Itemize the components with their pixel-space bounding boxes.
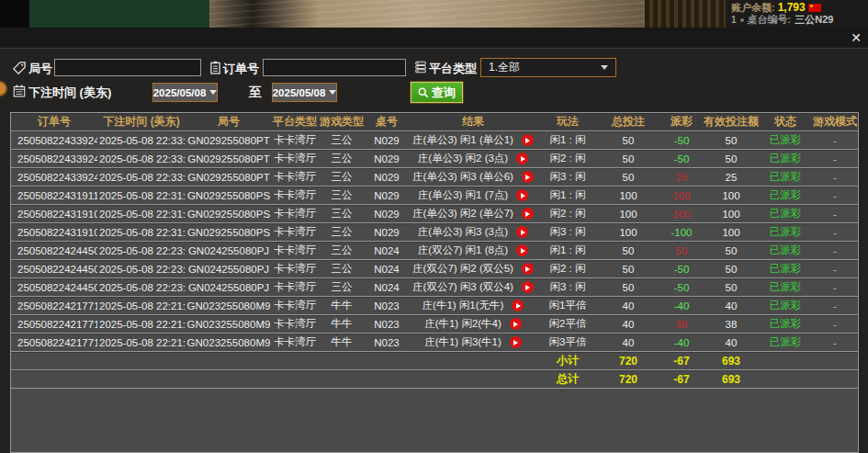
edge-marker-icon <box>0 81 7 96</box>
result-text: 庄(单公3) 闲1 (7点) <box>418 188 508 202</box>
replay-video-icon[interactable] <box>522 171 534 183</box>
replay-video-icon[interactable] <box>522 208 534 220</box>
cell-payout: 50 <box>659 242 704 260</box>
cell-round-id: GN029255080PS <box>186 187 272 205</box>
cell-total-bet: 50 <box>597 278 659 297</box>
platform-select[interactable]: 1.全部 <box>480 58 616 77</box>
cell-status: 已派彩 <box>759 205 812 223</box>
game-background: 账户余额: 1,793 1 桌台编号: 三公N29 2 <box>0 0 868 28</box>
header-status: 状态 <box>759 113 812 131</box>
cell-round-id: GN029255080PS <box>186 223 272 242</box>
game-table-image <box>29 0 209 28</box>
cell-status: 已派彩 <box>759 242 812 260</box>
cell-valid-bet: 100 <box>704 205 759 223</box>
cell-payout: -40 <box>659 297 704 315</box>
table-row: 250508224217715 2025-05-08 22:21:06 GN02… <box>11 315 858 334</box>
cell-table-no: N024 <box>366 278 408 297</box>
cell-play-method: 闲1 : 闲 <box>538 131 597 150</box>
replay-video-icon[interactable] <box>516 189 528 201</box>
table-row: 250508224339244 2025-05-08 22:33:18 GN02… <box>11 131 858 150</box>
cell-result: 庄(牛1) 闲2(牛4) <box>408 315 538 334</box>
total-total-bet: 720 <box>597 370 659 389</box>
cell-total-bet: 50 <box>597 131 659 150</box>
order-id-label: 订单号 <box>223 61 259 77</box>
result-text: 庄(单公3) 闲3 (单公6) <box>412 170 513 184</box>
seat-dot-icon <box>740 18 744 22</box>
replay-video-icon[interactable] <box>522 263 534 275</box>
close-icon[interactable]: ✕ <box>851 30 862 45</box>
cell-order-id: 250508224319108 <box>11 223 97 242</box>
cell-order-id: 250508224217714 <box>11 334 97 352</box>
table-summary: 小计 720 -67 693 总计 720 -67 693 <box>11 352 858 389</box>
replay-video-icon[interactable] <box>522 281 534 293</box>
cell-bet-time: 2025-05-08 22:33:18 <box>97 131 186 150</box>
total-label: 总计 <box>538 370 597 389</box>
cell-platform: 卡卡湾厅 <box>272 150 318 168</box>
header-total-bet: 总投注 <box>597 113 659 131</box>
cell-play-method: 闲2 : 闲 <box>538 260 597 278</box>
cell-bet-time: 2025-05-08 22:31:19 <box>97 205 186 223</box>
cell-game-type: 三公 <box>318 187 366 205</box>
replay-video-icon[interactable] <box>522 134 534 146</box>
bet-records-table-panel: 订单号 下注时间 (美东) 局号 平台类型 游戏类型 桌号 结果 玩法 总投注 … <box>10 112 859 453</box>
date-from-select[interactable]: 2025/05/08 <box>152 83 218 102</box>
cell-result: 庄(双公7) 闲1 (8点) <box>408 242 538 260</box>
replay-video-icon[interactable] <box>516 153 528 164</box>
cell-platform: 卡卡湾厅 <box>272 260 318 278</box>
cell-bet-time: 2025-05-08 22:21:06 <box>97 297 186 315</box>
cell-table-no: N023 <box>366 315 408 334</box>
cell-play-method: 闲2平倍 <box>538 315 597 334</box>
subtotal-total-bet: 720 <box>597 352 659 370</box>
cell-table-no: N023 <box>366 297 408 315</box>
round-id-input[interactable] <box>54 59 201 76</box>
cell-valid-bet: 50 <box>704 260 759 278</box>
account-info-panel: 账户余额: 1,793 1 桌台编号: 三公N29 2 <box>726 0 868 28</box>
replay-video-icon[interactable] <box>510 336 522 348</box>
cell-result: 庄(牛1) 闲3(牛1) <box>408 334 538 352</box>
cell-payout: 25 <box>659 168 704 187</box>
subtotal-valid-bet: 693 <box>704 352 759 370</box>
cell-valid-bet: 50 <box>704 150 759 168</box>
cell-order-id: 250508224244509 <box>11 242 97 260</box>
cell-game-type: 牛牛 <box>318 334 366 352</box>
header-table-no: 桌号 <box>366 113 408 131</box>
cell-play-method: 闲1 : 闲 <box>538 187 597 205</box>
cell-status: 已派彩 <box>759 315 812 334</box>
clipboard-icon <box>209 61 221 78</box>
cell-bet-time: 2025-05-08 22:21:06 <box>97 315 186 334</box>
tag-icon <box>13 62 26 78</box>
order-id-input[interactable] <box>263 59 406 76</box>
cell-valid-bet: 50 <box>704 242 759 260</box>
bet-records-table: 订单号 下注时间 (美东) 局号 平台类型 游戏类型 桌号 结果 玩法 总投注 … <box>11 113 858 389</box>
account-balance-value: 1,793 <box>778 2 806 14</box>
table-row: 250508224217716 2025-05-08 22:21:06 GN02… <box>11 297 858 315</box>
replay-video-icon[interactable] <box>512 300 524 311</box>
cell-game-mode: - <box>812 297 858 315</box>
table-row: 250508224339243 2025-05-08 22:33:18 GN02… <box>11 150 858 168</box>
cell-result: 庄(单公3) 闲1 (单公1) <box>408 131 538 150</box>
cell-table-no: N029 <box>366 150 408 168</box>
query-button[interactable]: 查询 <box>411 82 463 103</box>
cell-play-method: 闲3平倍 <box>538 334 597 352</box>
cell-game-mode: - <box>812 168 858 187</box>
cell-total-bet: 40 <box>597 334 659 352</box>
cell-game-mode: - <box>812 187 858 205</box>
cell-status: 已派彩 <box>759 223 812 242</box>
cell-total-bet: 40 <box>597 315 659 334</box>
cell-round-id: GN023255080M9 <box>186 297 272 315</box>
cell-platform: 卡卡湾厅 <box>272 278 318 297</box>
cell-round-id: GN029255080PS <box>186 205 272 223</box>
result-text: 庄(牛1) 闲2(牛4) <box>424 317 502 331</box>
cell-play-method: 闲3 : 闲 <box>538 223 597 242</box>
cell-status: 已派彩 <box>759 297 812 315</box>
replay-video-icon[interactable] <box>516 226 528 238</box>
cell-status: 已派彩 <box>759 187 812 205</box>
modal-title-bar: ✕ <box>0 28 868 49</box>
bet-time-label: 下注时间 (美东) <box>28 85 111 101</box>
cell-result: 庄(单公3) 闲2 (3点) <box>408 150 538 168</box>
replay-video-icon[interactable] <box>510 318 522 330</box>
replay-video-icon[interactable] <box>516 244 528 256</box>
cell-result: 庄(单公3) 闲2 (单公7) <box>408 205 538 223</box>
cell-play-method: 闲3 : 闲 <box>538 168 597 187</box>
date-to-select[interactable]: 2025/05/08 <box>272 83 337 102</box>
